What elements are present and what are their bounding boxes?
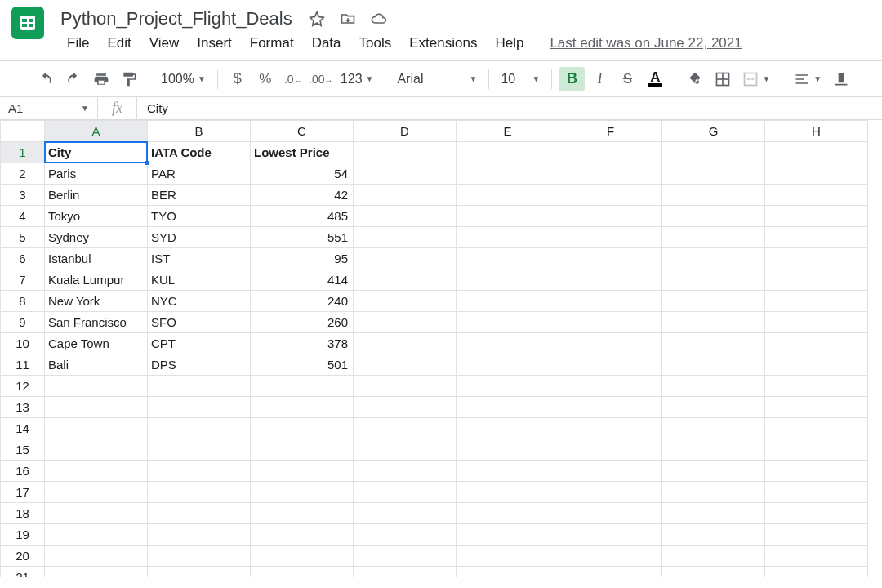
cell-G9[interactable] [662,312,765,333]
cell-H6[interactable] [765,248,868,270]
cell-A21[interactable] [45,567,148,578]
cell-G2[interactable] [662,163,765,185]
cell-H18[interactable] [765,503,868,524]
cell-G6[interactable] [662,248,765,270]
cell-C19[interactable] [251,524,354,546]
cell-F11[interactable] [559,354,662,376]
cell-B14[interactable] [148,418,251,439]
cell-D8[interactable] [354,291,457,312]
cell-F8[interactable] [559,291,662,312]
cell-H3[interactable] [765,185,868,206]
row-header-17[interactable]: 17 [1,482,45,503]
cell-D13[interactable] [354,397,457,418]
increase-decimal-icon[interactable]: .00→ [308,67,334,91]
decrease-decimal-icon[interactable]: .0← [280,67,306,91]
row-header-19[interactable]: 19 [1,524,45,546]
cell-D15[interactable] [354,439,457,461]
cell-C12[interactable] [251,376,354,397]
star-icon[interactable] [309,11,325,27]
cell-B20[interactable] [148,546,251,567]
cell-H8[interactable] [765,291,868,312]
cell-A3[interactable]: Berlin [45,185,148,206]
cell-H10[interactable] [765,333,868,354]
cell-E20[interactable] [457,546,559,567]
cell-C2[interactable]: 54 [251,163,354,185]
cell-A1[interactable]: City [45,142,148,163]
cell-F21[interactable] [559,567,662,578]
row-header-1[interactable]: 1 [1,142,45,163]
menu-edit[interactable]: Edit [99,32,139,55]
cell-C3[interactable]: 42 [251,185,354,206]
cell-F1[interactable] [559,142,662,163]
cell-F14[interactable] [559,418,662,439]
column-header-E[interactable]: E [457,121,559,142]
row-header-9[interactable]: 9 [1,312,45,333]
cell-E9[interactable] [457,312,559,333]
cell-D5[interactable] [354,227,457,248]
cell-A8[interactable]: New York [45,291,148,312]
cell-D7[interactable] [354,270,457,291]
menu-insert[interactable]: Insert [189,32,240,55]
cell-E5[interactable] [457,227,559,248]
cell-D21[interactable] [354,567,457,578]
cell-B10[interactable]: CPT [148,333,251,354]
row-header-11[interactable]: 11 [1,354,45,376]
cell-D9[interactable] [354,312,457,333]
cell-C4[interactable]: 485 [251,206,354,227]
menu-data[interactable]: Data [304,32,350,55]
cell-B5[interactable]: SYD [148,227,251,248]
cell-A14[interactable] [45,418,148,439]
cell-F15[interactable] [559,439,662,461]
cell-B1[interactable]: IATA Code [148,142,251,163]
cell-E3[interactable] [457,185,559,206]
cell-C21[interactable] [251,567,354,578]
menu-file[interactable]: File [59,32,97,55]
cell-G12[interactable] [662,376,765,397]
cell-A17[interactable] [45,482,148,503]
select-all-corner[interactable] [1,121,45,142]
document-title[interactable]: Python_Project_Flight_Deals [59,8,294,29]
column-header-F[interactable]: F [559,121,662,142]
horizontal-align-dropdown[interactable]: ▼ [789,67,826,91]
cell-B18[interactable] [148,503,251,524]
cell-G13[interactable] [662,397,765,418]
cell-H5[interactable] [765,227,868,248]
strikethrough-button[interactable]: S [614,67,640,91]
cell-A20[interactable] [45,546,148,567]
cell-G4[interactable] [662,206,765,227]
sheets-app-icon[interactable] [11,7,44,39]
cell-E15[interactable] [457,439,559,461]
row-header-18[interactable]: 18 [1,503,45,524]
cell-G7[interactable] [662,270,765,291]
print-icon[interactable] [88,67,114,91]
cell-H20[interactable] [765,546,868,567]
cell-F5[interactable] [559,227,662,248]
row-header-4[interactable]: 4 [1,206,45,227]
redo-icon[interactable] [60,67,87,91]
row-header-6[interactable]: 6 [1,248,45,270]
row-header-14[interactable]: 14 [1,418,45,439]
cell-G18[interactable] [662,503,765,524]
column-header-A[interactable]: A [45,121,148,142]
row-header-12[interactable]: 12 [1,376,45,397]
cell-F2[interactable] [559,163,662,185]
vertical-align-dropdown[interactable] [828,67,854,91]
paint-format-icon[interactable] [116,67,142,91]
cell-C9[interactable]: 260 [251,312,354,333]
cell-C7[interactable]: 414 [251,270,354,291]
cell-D10[interactable] [354,333,457,354]
name-box[interactable]: A1 ▼ [0,97,98,119]
row-header-15[interactable]: 15 [1,439,45,461]
cell-A4[interactable]: Tokyo [45,206,148,227]
cell-B9[interactable]: SFO [148,312,251,333]
cell-E21[interactable] [457,567,559,578]
row-header-3[interactable]: 3 [1,185,45,206]
cell-B2[interactable]: PAR [148,163,251,185]
cell-F4[interactable] [559,206,662,227]
move-to-folder-icon[interactable] [340,11,356,27]
undo-icon[interactable] [33,67,59,91]
format-percent-icon[interactable]: % [252,67,278,91]
cell-D1[interactable] [354,142,457,163]
cell-A19[interactable] [45,524,148,546]
row-header-2[interactable]: 2 [1,163,45,185]
